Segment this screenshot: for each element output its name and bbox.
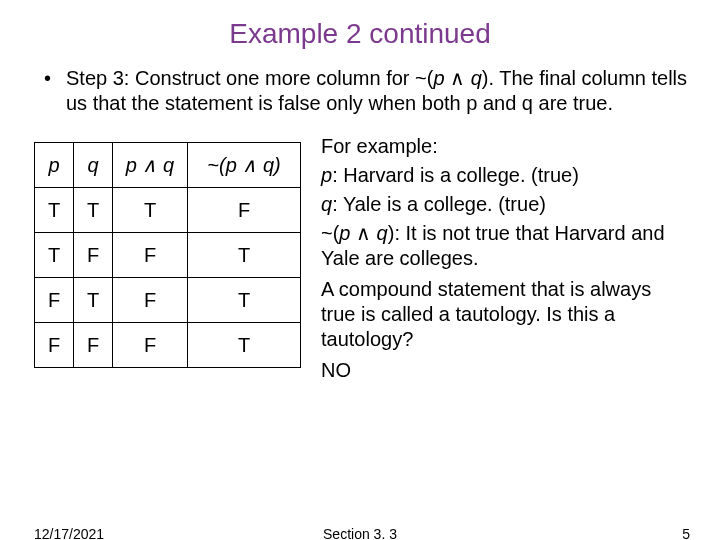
example-q-line: q: Yale is a college. (true) xyxy=(321,192,690,217)
step-text: •Step 3: Construct one more column for ~… xyxy=(44,66,690,116)
footer-date: 12/17/2021 xyxy=(34,526,104,540)
example-p-line: p: Harvard is a college. (true) xyxy=(321,163,690,188)
example-text: For example: p: Harvard is a college. (t… xyxy=(301,134,690,387)
truth-table: p q p ∧ q ~(p ∧ q) T T T F T F F T xyxy=(34,142,301,368)
footer-page-number: 5 xyxy=(682,526,690,540)
table-row: F T F T xyxy=(35,278,301,323)
table-row: T F F T xyxy=(35,233,301,278)
footer-section: Section 3. 3 xyxy=(323,526,397,540)
slide-title: Example 2 continued xyxy=(30,18,690,50)
header-p: p xyxy=(35,143,74,188)
tautology-text: A compound statement that is always true… xyxy=(321,277,690,352)
header-p-and-q: p ∧ q xyxy=(113,143,188,188)
table-row: T T T F xyxy=(35,188,301,233)
table-header-row: p q p ∧ q ~(p ∧ q) xyxy=(35,143,301,188)
example-intro: For example: xyxy=(321,134,690,159)
bullet-icon: • xyxy=(44,66,66,91)
example-neg-line: ~(p ∧ q): It is not true that Harvard an… xyxy=(321,221,690,271)
table-row: F F F T xyxy=(35,323,301,368)
header-q: q xyxy=(74,143,113,188)
tautology-answer: NO xyxy=(321,358,690,383)
header-not-p-and-q: ~(p ∧ q) xyxy=(188,143,301,188)
